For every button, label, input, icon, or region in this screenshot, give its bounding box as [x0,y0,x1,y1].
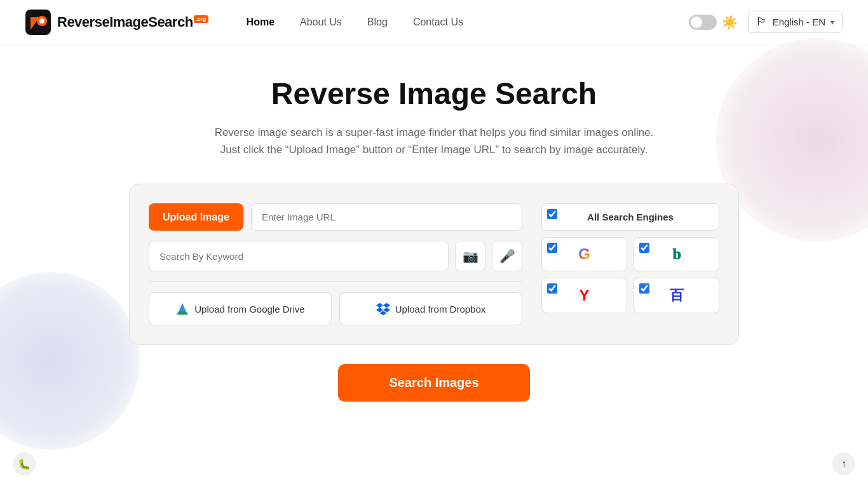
upload-row: Upload Image [149,203,522,231]
svg-point-3 [39,18,44,24]
bug-report-button[interactable]: 🐛 [13,452,36,475]
logo-icon [25,10,51,35]
google-drive-label: Upload from Google Drive [194,304,304,315]
theme-toggle[interactable] [689,15,717,30]
dropbox-icon [376,302,390,316]
divider [149,281,522,282]
all-engines-checkbox[interactable] [547,209,557,219]
yandex-icon: Y [579,287,589,304]
mic-button[interactable]: 🎤 [492,241,522,271]
all-engines-label: All Search Engines [587,212,674,222]
engine-row-2: Y 百 [541,278,719,313]
dropbox-label: Upload from Dropbox [395,304,486,315]
keyword-input[interactable] [149,241,449,271]
page-subtitle: Reverse image search is a super-fast ima… [212,124,656,158]
nav-links: Home About Us Blog Contact Us [247,17,463,28]
search-card: Upload Image 📷 🎤 [129,184,739,345]
scroll-top-button[interactable]: ↑ [832,452,855,475]
chevron-down-icon: ▾ [831,18,834,27]
engines-grid: All Search Engines G 𝐛 [541,203,719,313]
nav-contact[interactable]: Contact Us [413,17,463,28]
mic-icon: 🎤 [499,248,515,264]
search-images-button[interactable]: Search Images [338,364,529,402]
logo-link[interactable]: ReverseImageSearch.org [25,10,208,35]
bing-checkbox[interactable] [639,243,649,253]
flag-icon: 🏳 [756,15,768,29]
camera-icon: 📷 [463,248,478,264]
navbar: ReverseImageSearch.org Home About Us Blo… [0,0,868,44]
language-selector[interactable]: 🏳 English - EN ▾ [748,11,843,33]
arrow-up-icon: ↑ [841,458,846,470]
camera-button[interactable]: 📷 [455,241,485,271]
all-engines-button[interactable]: All Search Engines [541,203,719,231]
search-right: All Search Engines G 𝐛 [541,203,719,325]
language-label: English - EN [773,17,825,27]
baidu-engine-button[interactable]: 百 [634,278,719,313]
nav-home[interactable]: Home [247,17,275,28]
bug-icon: 🐛 [18,458,31,470]
google-drive-button[interactable]: Upload from Google Drive [149,292,332,325]
url-input[interactable] [251,203,522,231]
bing-icon: 𝐛 [672,245,681,263]
search-left: Upload Image 📷 🎤 [149,203,522,325]
cloud-row: Upload from Google Drive Upload from Dro… [149,292,522,325]
nav-blog[interactable]: Blog [367,17,388,28]
all-engines-row: All Search Engines [541,203,719,231]
nav-right: ☀️ 🏳 English - EN ▾ [689,11,843,33]
nav-about[interactable]: About Us [300,17,342,28]
dropbox-button[interactable]: Upload from Dropbox [339,292,522,325]
yandex-engine-button[interactable]: Y [541,278,627,313]
page-title: Reverse Image Search [271,76,597,111]
google-engine-button[interactable]: G [541,237,627,271]
google-drive-icon [175,302,189,316]
baidu-checkbox[interactable] [639,283,649,294]
google-checkbox[interactable] [547,243,557,253]
logo-text: ReverseImageSearch.org [57,14,208,30]
google-icon: G [578,245,590,263]
keyword-row: 📷 🎤 [149,241,522,271]
main-content: Reverse Image Search Reverse image searc… [0,44,868,427]
bing-engine-button[interactable]: 𝐛 [634,237,719,271]
engine-row-1: G 𝐛 [541,237,719,271]
baidu-icon: 百 [670,286,684,305]
sun-icon: ☀️ [722,15,738,30]
yandex-checkbox[interactable] [547,283,557,294]
theme-toggle-wrap: ☀️ [689,15,738,30]
upload-image-button[interactable]: Upload Image [149,203,243,231]
